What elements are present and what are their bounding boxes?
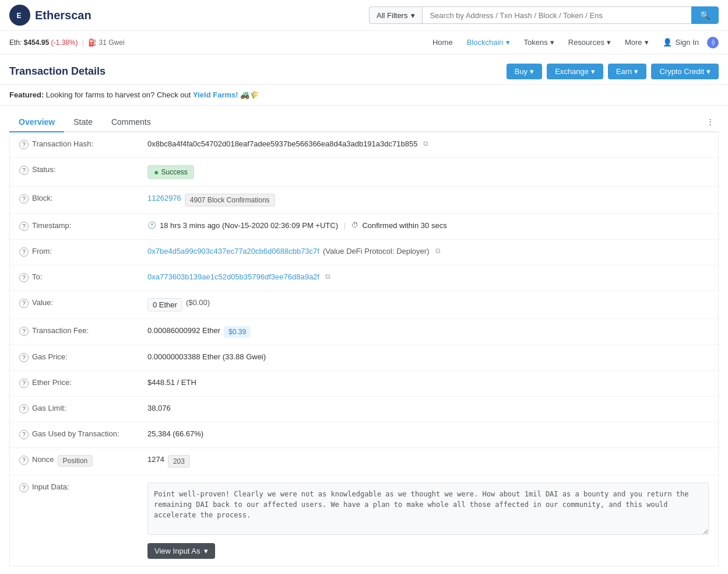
- table-row: ? Status: ● Success: [10, 158, 718, 187]
- help-icon[interactable]: ?: [19, 483, 29, 492]
- nonce-text: 1274: [147, 455, 164, 464]
- earn-button[interactable]: Earn ▾: [608, 64, 646, 79]
- tab-state[interactable]: State: [64, 113, 102, 132]
- help-icon[interactable]: ?: [19, 327, 29, 336]
- search-button[interactable]: 🔍: [691, 6, 719, 24]
- buy-button[interactable]: Buy ▾: [507, 64, 542, 79]
- help-icon[interactable]: ?: [19, 299, 29, 308]
- nav-tokens-label: Tokens: [524, 38, 548, 47]
- gas-icon: ⛽: [88, 38, 97, 47]
- chevron-down-icon: ▾: [204, 547, 208, 555]
- gas-used-value: 25,384 (66.67%): [138, 422, 718, 445]
- table-row: ? Gas Used by Transaction: 25,384 (66.67…: [10, 422, 718, 448]
- table-row: ? From: 0x7be4d5a99c903c437ec77a20cb6d06…: [10, 240, 718, 265]
- fee-label: ? Transaction Fee:: [10, 319, 138, 343]
- nav-blockchain[interactable]: Blockchain ▾: [461, 34, 516, 50]
- view-input-label: View Input As: [154, 547, 201, 555]
- yield-farms-link[interactable]: Yield Farms! 🚜🌾: [193, 90, 259, 99]
- check-icon: ⏱: [351, 221, 358, 229]
- view-input-as-button[interactable]: View Input As ▾: [147, 543, 215, 559]
- table-row: ? Timestamp: 🕐 18 hrs 3 mins ago (Nov-15…: [10, 214, 718, 240]
- help-icon[interactable]: ?: [19, 430, 29, 439]
- help-icon[interactable]: ?: [19, 222, 29, 231]
- help-icon[interactable]: ?: [19, 404, 29, 414]
- tab-options-button[interactable]: ⋮: [702, 113, 719, 131]
- status-value: ● Success: [138, 158, 718, 186]
- logo-icon: E: [9, 5, 30, 26]
- nav-more[interactable]: More ▾: [619, 34, 655, 50]
- table-row: ? Gas Limit: 38,076: [10, 397, 718, 422]
- subheader: Eth: $454.95 (-1.38%) | ⛽ 31 Gwei Home B…: [0, 31, 728, 54]
- nav-resources[interactable]: Resources ▾: [562, 34, 617, 50]
- help-icon[interactable]: ?: [19, 273, 29, 282]
- nav-home[interactable]: Home: [427, 34, 459, 50]
- exchange-button[interactable]: Exchange ▾: [547, 64, 603, 79]
- chevron-down-icon: ▾: [411, 11, 415, 20]
- to-value: 0xa773603b139ae1c52d05b35796df3ee76d8a9a…: [138, 265, 718, 288]
- gas-used-label: ? Gas Used by Transaction:: [10, 422, 138, 446]
- filter-dropdown[interactable]: All Filters ▾: [369, 6, 422, 24]
- value-amount: 0 Ether: [147, 298, 182, 312]
- ether-price-text: $448.51 / ETH: [147, 378, 196, 387]
- table-row: ? To: 0xa773603b139ae1c52d05b35796df3ee7…: [10, 265, 718, 291]
- transaction-hash-label: ? Transaction Hash:: [10, 132, 138, 156]
- help-icon[interactable]: ?: [19, 379, 29, 388]
- gas-limit-value: 38,076: [138, 397, 718, 419]
- help-icon[interactable]: ?: [19, 456, 29, 465]
- help-icon[interactable]: ?: [19, 194, 29, 204]
- fee-usd-badge: $0.39: [224, 326, 251, 338]
- help-icon[interactable]: ?: [19, 166, 29, 175]
- block-number-link[interactable]: 11262976: [147, 194, 181, 202]
- table-row: ? Nonce Position 1274 203: [10, 448, 718, 475]
- eth-price-value: $454.95: [24, 38, 49, 47]
- timestamp-label: ? Timestamp:: [10, 214, 138, 238]
- status-badge: ● Success: [147, 165, 194, 179]
- gas-price-label: ? Gas Price:: [10, 345, 138, 369]
- table-row: ? Block: 11262976 4907 Block Confirmatio…: [10, 187, 718, 214]
- separator: |: [344, 221, 346, 230]
- page-header: Transaction Details Buy ▾ Exchange ▾ Ear…: [0, 54, 728, 85]
- to-address-link[interactable]: 0xa773603b139ae1c52d05b35796df3ee76d8a9a…: [147, 272, 319, 281]
- copy-icon[interactable]: ⧉: [325, 272, 330, 281]
- confirmed-text: Confirmed within 30 secs: [362, 221, 446, 230]
- chevron-down-icon: ▾: [607, 38, 611, 47]
- timestamp-text: 18 hrs 3 mins ago (Nov-15-2020 02:36:09 …: [160, 221, 338, 230]
- chevron-down-icon: ▾: [591, 67, 595, 76]
- help-icon[interactable]: ?: [19, 140, 29, 149]
- tabs: Overview State Comments ⋮: [9, 106, 719, 132]
- eth-price-area: Eth: $454.95 (-1.38%) | ⛽ 31 Gwei: [9, 38, 427, 47]
- value-value: 0 Ether ($0.00): [138, 291, 718, 318]
- copy-icon[interactable]: ⧉: [435, 247, 441, 255]
- hash-text: 0x8bc8a4f4fa0c54702d018eaf7adee5937be566…: [147, 139, 417, 148]
- sign-in-button[interactable]: 👤 Sign In: [657, 34, 705, 50]
- value-label: ? Value:: [10, 291, 138, 315]
- block-value: 11262976 4907 Block Confirmations: [138, 187, 718, 214]
- from-address-link[interactable]: 0x7be4d5a99c903c437ec77a20cb6d0688cbb73c…: [147, 247, 319, 256]
- table-row: ? Transaction Hash: 0x8bc8a4f4fa0c54702d…: [10, 132, 718, 158]
- chevron-down-icon: ▾: [706, 67, 711, 76]
- timestamp-value: 🕐 18 hrs 3 mins ago (Nov-15-2020 02:36:0…: [138, 214, 718, 237]
- eth-price-change: (-1.38%): [51, 38, 78, 47]
- chevron-down-icon: ▾: [506, 38, 510, 47]
- help-icon[interactable]: ?: [19, 247, 29, 257]
- table-row: ? Ether Price: $448.51 / ETH: [10, 371, 718, 397]
- help-icon[interactable]: ?: [19, 353, 29, 362]
- action-buttons: Buy ▾ Exchange ▾ Earn ▾ Crypto Credit ▾: [507, 64, 719, 79]
- table-row: ? Value: 0 Ether ($0.00): [10, 291, 718, 319]
- gas-limit-text: 38,076: [147, 404, 171, 412]
- copy-icon[interactable]: ⧉: [423, 139, 428, 148]
- crypto-credit-button[interactable]: Crypto Credit ▾: [651, 64, 719, 79]
- tab-overview[interactable]: Overview: [9, 113, 64, 132]
- buy-label: Buy: [515, 67, 527, 76]
- input-data-textarea[interactable]: [147, 482, 709, 535]
- tab-comments[interactable]: Comments: [102, 113, 160, 132]
- search-input[interactable]: [422, 6, 691, 24]
- table-row: ? Gas Price: 0.00000003388 Ether (33.88 …: [10, 345, 718, 371]
- gwei-value: 31 Gwei: [99, 38, 125, 47]
- nav-tokens[interactable]: Tokens ▾: [518, 34, 560, 50]
- nav-home-label: Home: [432, 38, 453, 47]
- nonce-position-badge: Position: [58, 455, 93, 467]
- status-label: ? Status:: [10, 158, 138, 182]
- nonce-label: ? Nonce Position: [10, 448, 138, 474]
- logo-text: Etherscan: [35, 9, 92, 22]
